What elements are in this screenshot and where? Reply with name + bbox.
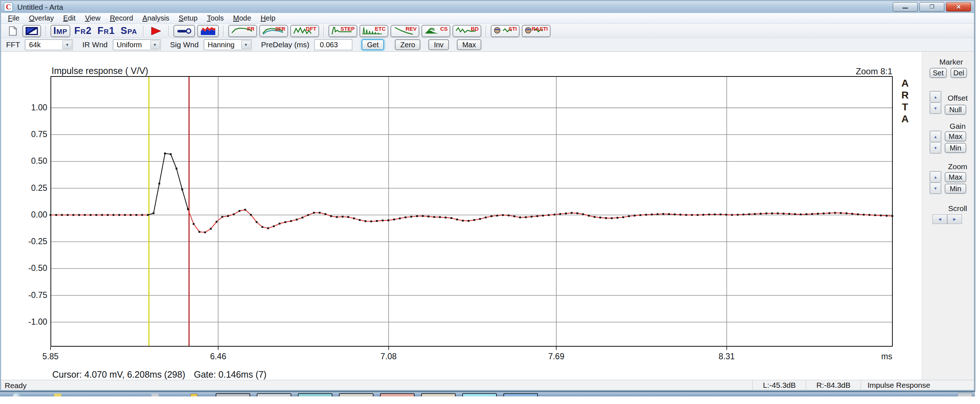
taskbar-item[interactable] [503, 393, 538, 396]
2fr-analysis-button[interactable]: 2FR [259, 25, 288, 37]
sig-wnd-dropdown[interactable]: Hanning ▼ [204, 39, 252, 50]
spa-mode-label: Spa [121, 25, 137, 37]
fft-label: FFT [6, 40, 20, 49]
fr1-mode-button[interactable]: Fr1 [94, 25, 118, 37]
status-segment: R:-84.3dB [806, 380, 861, 390]
step-analysis-button[interactable]: STEP [328, 25, 357, 37]
waveform-view-button[interactable] [197, 25, 219, 37]
dropdown-arrow-icon[interactable]: ▼ [150, 40, 160, 49]
zoom-min-button[interactable]: Min [945, 184, 966, 194]
imp-mode-button[interactable]: Imp [51, 25, 70, 37]
menu-item-tools[interactable]: Tools [202, 13, 229, 24]
close-button[interactable]: ✕ [946, 2, 971, 11]
menu-item-setup[interactable]: Setup [174, 13, 202, 24]
zoom-down-button[interactable]: ▼ [930, 182, 941, 194]
arta-watermark: ARTA [898, 77, 912, 125]
start-orb-icon[interactable] [12, 393, 22, 396]
max-button[interactable]: Max [457, 39, 481, 50]
x-tick-label: 8.31 [719, 352, 735, 361]
rev-analysis-button[interactable]: REV [390, 25, 419, 37]
menu-item-analysis[interactable]: Analysis [138, 13, 174, 24]
menu-item-file[interactable]: File [3, 13, 24, 24]
fr1-mode-label: Fr1 [97, 25, 115, 37]
dropdown-arrow-icon[interactable]: ▼ [62, 40, 72, 49]
status-segment: L:-45.3dB [752, 380, 806, 390]
dft-analysis-button[interactable]: DFT [290, 25, 319, 37]
zoom-max-button[interactable]: Max [945, 172, 966, 182]
caption-buttons: ▬ ❐ ✕ [893, 2, 971, 11]
fr2-mode-label: Fr2 [74, 25, 92, 37]
sti-analysis-button[interactable]: STI [491, 25, 520, 37]
offset-null-button[interactable]: Null [945, 105, 966, 115]
toolbar-separator [143, 26, 144, 37]
impulse-response-plot[interactable] [51, 76, 893, 347]
zoom-ratio-label: Zoom 8:1 [776, 66, 892, 77]
windows-taskbar[interactable] [0, 391, 975, 396]
inv-button[interactable]: Inv [428, 39, 449, 50]
restore-button[interactable]: ❐ [920, 2, 944, 11]
fr2-mode-button[interactable]: Fr2 [72, 25, 94, 37]
spa-mode-button[interactable]: Spa [118, 25, 140, 37]
sti-analysis-label: STI [508, 26, 517, 32]
new-document-button[interactable] [5, 25, 21, 37]
menu-item-record[interactable]: Record [105, 13, 138, 24]
menu-item-view[interactable]: View [80, 13, 105, 24]
menu-item-overlay[interactable]: Overlay [24, 13, 59, 24]
signal-generator-button[interactable] [173, 25, 195, 37]
arta-watermark-letter: R [898, 89, 912, 101]
fft-dropdown[interactable]: 64k ▼ [25, 39, 73, 50]
taskbar-tray-icon[interactable] [54, 394, 61, 396]
y-tick-label: 1.00 [18, 103, 47, 113]
menu-item-edit[interactable]: Edit [59, 13, 80, 24]
title-bar[interactable]: C Untitled - Arta ▬ ❐ ✕ [1, 1, 974, 13]
arta-watermark-letter: T [898, 101, 912, 113]
taskbar-item[interactable] [380, 393, 415, 396]
marker-set-button[interactable]: Set [929, 68, 947, 78]
scroll-left-button[interactable]: ◄ [932, 214, 947, 224]
sig-wnd-label: Sig Wnd [170, 40, 199, 49]
side-panel: Marker Set Del ▲ ▼ Offset Null Gain ▲ ▼ … [922, 52, 974, 380]
taskbar-tray-icon[interactable] [151, 394, 159, 396]
y-tick-label: 0.75 [18, 129, 47, 139]
menu-item-help[interactable]: Help [256, 13, 280, 24]
ir-wnd-dropdown[interactable]: Uniform ▼ [113, 39, 161, 50]
2fr-analysis-label: 2FR [275, 26, 285, 32]
taskbar-grip[interactable] [958, 393, 972, 396]
taskbar-item[interactable] [462, 393, 497, 396]
taskbar-item[interactable] [339, 393, 374, 396]
rasti-analysis-button[interactable]: RASTI [522, 25, 550, 37]
gain-max-button[interactable]: Max [945, 131, 966, 141]
play-icon [150, 26, 162, 36]
gain-down-button[interactable]: ▼ [930, 142, 941, 153]
marker-del-button[interactable]: Del [950, 68, 967, 78]
predelay-input[interactable]: 0.063 [314, 39, 352, 50]
zero-button[interactable]: Zero [395, 39, 420, 50]
get-button[interactable]: Get [362, 39, 384, 50]
fr-analysis-button[interactable]: FR [228, 25, 257, 37]
taskbar-tray-icon[interactable] [190, 394, 197, 396]
gain-up-button[interactable]: ▲ [930, 131, 941, 142]
sig-wnd-value: Hanning [208, 41, 235, 49]
gain-label: Gain [940, 122, 976, 131]
y-tick-label: -0.50 [18, 263, 47, 273]
status-bar: Ready L:-45.3dBR:-84.3dBImpulse Response [1, 380, 974, 390]
taskbar-item[interactable] [216, 393, 250, 396]
etc-analysis-button[interactable]: ETC [360, 25, 388, 37]
taskbar-item[interactable] [421, 393, 456, 396]
cs-analysis-button[interactable]: CS [422, 25, 450, 37]
taskbar-item[interactable] [257, 393, 291, 396]
control-bar: FFT 64k ▼ IR Wnd Uniform ▼ Sig Wnd Hanni… [1, 38, 974, 51]
dropdown-arrow-icon[interactable]: ▼ [241, 40, 251, 49]
zoom-up-button[interactable]: ▲ [930, 171, 941, 182]
menu-item-mode[interactable]: Mode [229, 13, 256, 24]
taskbar-item[interactable] [298, 393, 332, 396]
rasti-analysis-label: RASTI [531, 26, 548, 32]
bd-analysis-button[interactable]: BD [452, 25, 481, 37]
offset-down-button[interactable]: ▼ [930, 102, 941, 113]
record-play-button[interactable] [147, 25, 165, 37]
scroll-right-button[interactable]: ► [947, 214, 962, 224]
graph-color-button[interactable] [22, 25, 41, 37]
gate-readout: Gate: 0.146ms (7) [194, 369, 266, 380]
gain-min-button[interactable]: Min [945, 143, 966, 153]
minimize-button[interactable]: ▬ [893, 2, 918, 11]
